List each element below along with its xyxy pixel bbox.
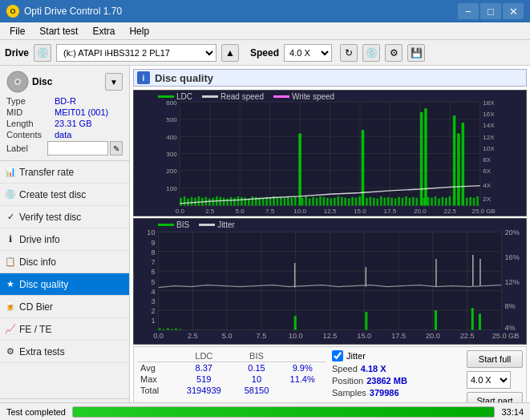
write-speed-legend-item: Write speed bbox=[273, 92, 334, 101]
svg-text:6X: 6X bbox=[483, 168, 491, 175]
jitter-legend-label: Jitter bbox=[217, 220, 235, 229]
svg-text:7: 7 bbox=[151, 258, 155, 266]
jitter-checkbox[interactable] bbox=[332, 350, 343, 361]
titlebar: O Opti Drive Control 1.70 − □ ✕ bbox=[0, 0, 530, 22]
svg-rect-63 bbox=[230, 197, 233, 206]
svg-rect-125 bbox=[448, 196, 451, 206]
drive-select[interactable]: (k:) ATAPI iHBS312 2 PL17 bbox=[56, 44, 216, 62]
svg-rect-179 bbox=[163, 329, 165, 330]
save-button[interactable]: 💾 bbox=[407, 44, 425, 62]
sidebar-item-cd-bier[interactable]: 🍺 CD Bier bbox=[0, 296, 129, 318]
svg-rect-89 bbox=[323, 197, 326, 206]
svg-rect-118 bbox=[423, 198, 425, 206]
svg-text:12.5: 12.5 bbox=[324, 208, 337, 215]
disc-label-input[interactable] bbox=[47, 141, 108, 155]
start-speed-select[interactable]: 4.0 X bbox=[467, 371, 511, 389]
progress-bar-fill bbox=[73, 407, 494, 417]
svg-rect-110 bbox=[398, 197, 400, 206]
stats-max-label: Max bbox=[137, 374, 174, 385]
chart1-svg: 600 500 400 300 200 100 18X 16X 14X 12X … bbox=[134, 91, 526, 216]
svg-text:5.0: 5.0 bbox=[222, 332, 233, 340]
sidebar-item-drive-info[interactable]: ℹ Drive info bbox=[0, 228, 129, 251]
sidebar-item-cd-bier-label: CD Bier bbox=[19, 301, 53, 313]
disc-mid-value: MEIT01 (001) bbox=[55, 107, 108, 117]
speed-select[interactable]: 4.0 X bbox=[284, 44, 332, 62]
svg-text:300: 300 bbox=[166, 151, 177, 158]
settings-button[interactable]: ⚙ bbox=[385, 44, 403, 62]
refresh-button[interactable]: ↻ bbox=[340, 44, 358, 62]
drive-icon-button[interactable]: 💿 bbox=[34, 44, 51, 62]
menu-help[interactable]: Help bbox=[123, 24, 156, 38]
extra-tests-icon: ⚙ bbox=[5, 346, 16, 357]
sidebar-item-transfer-rate[interactable]: 📊 Transfer rate bbox=[0, 161, 129, 184]
svg-rect-54 bbox=[198, 196, 200, 206]
disc-type-value: BD-R bbox=[55, 96, 76, 106]
svg-rect-99 bbox=[358, 196, 361, 206]
chart2-legend: BIS Jitter bbox=[158, 220, 235, 229]
position-field-label: Position bbox=[332, 376, 363, 386]
svg-rect-81 bbox=[290, 198, 293, 206]
stats-max-ldc: 519 bbox=[174, 374, 234, 385]
svg-text:4X: 4X bbox=[483, 182, 491, 189]
svg-rect-105 bbox=[380, 196, 382, 206]
disc-section: Disc ▼ Type BD-R MID MEIT01 (001) Length… bbox=[0, 66, 129, 161]
sidebar-item-disc-quality[interactable]: ★ Disc quality bbox=[0, 273, 129, 296]
sidebar-item-fe-te[interactable]: 📈 FE / TE bbox=[0, 318, 129, 341]
svg-rect-192 bbox=[471, 308, 474, 330]
svg-rect-120 bbox=[431, 198, 433, 206]
svg-rect-79 bbox=[298, 133, 301, 205]
close-button[interactable]: ✕ bbox=[503, 3, 524, 19]
sidebar-item-create-test-disc[interactable]: 💿 Create test disc bbox=[0, 184, 129, 206]
disc-label-edit-button[interactable]: ✎ bbox=[110, 141, 123, 155]
disc-quality-title: Disc quality bbox=[155, 72, 213, 84]
start-full-button[interactable]: Start full bbox=[467, 350, 523, 368]
svg-text:0.0: 0.0 bbox=[176, 208, 185, 215]
svg-rect-182 bbox=[175, 329, 177, 330]
svg-rect-191 bbox=[435, 310, 437, 329]
disc-section-button[interactable]: ▼ bbox=[105, 73, 123, 91]
stats-total-ldc: 3194939 bbox=[174, 385, 234, 396]
stats-total-bis: 58150 bbox=[234, 385, 280, 396]
svg-rect-74 bbox=[269, 198, 272, 206]
svg-rect-124 bbox=[445, 198, 447, 206]
maximize-button[interactable]: □ bbox=[480, 3, 501, 19]
menu-extra[interactable]: Extra bbox=[86, 24, 121, 38]
time-text: 33:14 bbox=[501, 407, 524, 417]
svg-rect-181 bbox=[171, 329, 173, 330]
disc-mid-row: MID MEIT01 (001) bbox=[6, 107, 123, 117]
minimize-button[interactable]: − bbox=[458, 3, 479, 19]
sidebar-item-disc-info[interactable]: 📋 Disc info bbox=[0, 251, 129, 273]
menu-file[interactable]: File bbox=[3, 24, 31, 38]
disc-header: Disc ▼ bbox=[6, 71, 123, 93]
svg-text:5.0: 5.0 bbox=[236, 208, 245, 215]
svg-text:100: 100 bbox=[166, 185, 177, 192]
stats-max-jitter: 11.4% bbox=[279, 374, 326, 385]
eject-button[interactable]: ▲ bbox=[221, 44, 239, 62]
svg-rect-50 bbox=[184, 196, 186, 206]
samples-field-value: 379986 bbox=[370, 388, 399, 398]
drive-label: Drive bbox=[5, 47, 29, 59]
disc-button[interactable]: 💿 bbox=[362, 44, 380, 62]
svg-rect-104 bbox=[376, 199, 378, 206]
svg-rect-113 bbox=[409, 198, 411, 206]
svg-text:20%: 20% bbox=[505, 228, 520, 236]
ldc-chart: LDC Read speed Write speed bbox=[133, 90, 527, 216]
svg-rect-111 bbox=[402, 198, 404, 206]
svg-text:16%: 16% bbox=[505, 253, 520, 261]
svg-text:10: 10 bbox=[147, 228, 155, 236]
disc-label-row: Label ✎ bbox=[6, 141, 123, 155]
svg-text:400: 400 bbox=[166, 134, 177, 141]
svg-rect-83 bbox=[301, 198, 304, 206]
svg-rect-57 bbox=[208, 199, 211, 206]
svg-rect-51 bbox=[187, 199, 189, 206]
sidebar-item-verify-test-disc[interactable]: ✓ Verify test disc bbox=[0, 206, 129, 228]
svg-rect-123 bbox=[442, 197, 444, 206]
sidebar-item-extra-tests[interactable]: ⚙ Extra tests bbox=[0, 341, 129, 363]
svg-text:1: 1 bbox=[151, 317, 155, 325]
menu-start-test[interactable]: Start test bbox=[33, 24, 84, 38]
svg-text:22.5: 22.5 bbox=[460, 332, 475, 340]
svg-text:7.5: 7.5 bbox=[265, 208, 275, 215]
svg-rect-115 bbox=[415, 198, 418, 206]
stats-avg-ldc: 8.37 bbox=[174, 362, 234, 374]
jitter-legend-item: Jitter bbox=[199, 220, 235, 229]
